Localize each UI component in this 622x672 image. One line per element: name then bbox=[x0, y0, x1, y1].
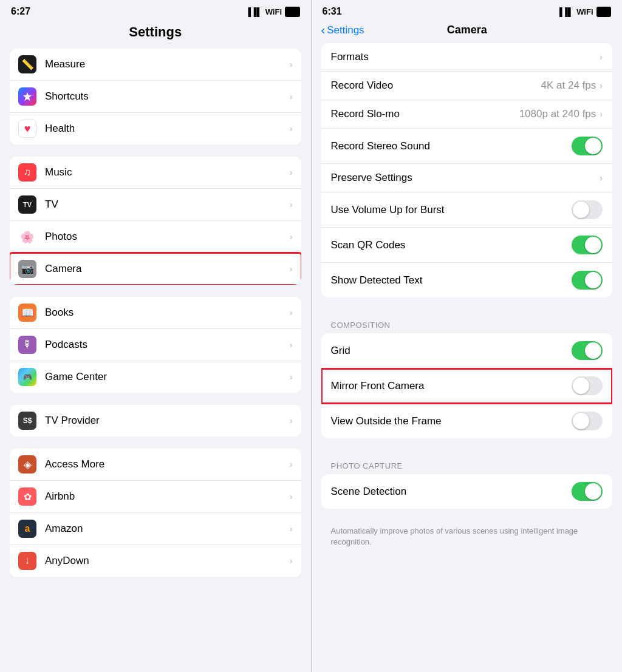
health-icon: ♥ bbox=[18, 120, 36, 138]
photos-icon: 🌸 bbox=[18, 228, 36, 246]
settings-row-music[interactable]: ♫ Music › bbox=[10, 157, 301, 189]
camera-icon: 📷 bbox=[18, 260, 36, 278]
measure-label: Measure bbox=[45, 58, 290, 70]
airbnb-label: Airbnb bbox=[45, 490, 290, 503]
amazon-label: Amazon bbox=[45, 523, 290, 535]
gamecenter-icon: 🎮 bbox=[18, 368, 36, 386]
tv-icon-text: TV bbox=[23, 201, 32, 208]
scene-detection-toggle[interactable] bbox=[572, 482, 603, 501]
tvprovider-chevron: › bbox=[290, 416, 293, 426]
settings-row-tvprovider[interactable]: S$ TV Provider › bbox=[10, 405, 301, 436]
settings-row-measure[interactable]: 📏 Measure › bbox=[10, 49, 301, 81]
right-phone-panel: 6:31 ▐▐▌ WiFi 44 ‹ Settings Camera Forma… bbox=[312, 0, 623, 672]
measure-icon: 📏 bbox=[18, 55, 36, 73]
accessmore-icon: ◈ bbox=[18, 455, 36, 473]
camera-settings-group-1: Formats › Record Video 4K at 24 fps › Re… bbox=[321, 43, 613, 297]
tv-icon: TV bbox=[18, 195, 36, 214]
show-text-label: Show Detected Text bbox=[331, 274, 572, 287]
camera-chevron: › bbox=[290, 264, 293, 274]
anydown-chevron: › bbox=[290, 556, 293, 566]
settings-row-camera[interactable]: 📷 Camera › bbox=[10, 253, 301, 285]
right-battery-badge: 44 bbox=[596, 7, 611, 17]
back-button[interactable]: ‹ Settings bbox=[321, 23, 364, 37]
music-label: Music bbox=[45, 166, 290, 178]
tvprovider-icon-text: S$ bbox=[23, 416, 32, 425]
anydown-label: AnyDown bbox=[45, 555, 290, 567]
settings-row-anydown[interactable]: ↓ AnyDown › bbox=[10, 545, 301, 577]
podcasts-icon-glyph: 🎙 bbox=[22, 339, 33, 351]
settings-row-shortcuts[interactable]: Shortcuts › bbox=[10, 81, 301, 113]
settings-group-4: S$ TV Provider › bbox=[10, 405, 301, 436]
grid-knob bbox=[585, 342, 601, 359]
tvprovider-icon: S$ bbox=[18, 412, 36, 430]
podcasts-icon: 🎙 bbox=[18, 336, 36, 354]
settings-row-health[interactable]: ♥ Health › bbox=[10, 113, 301, 144]
shortcuts-label: Shortcuts bbox=[45, 90, 290, 103]
scene-detection-label: Scene Detection bbox=[331, 486, 572, 498]
back-label: Settings bbox=[327, 24, 364, 36]
amazon-chevron: › bbox=[290, 524, 293, 534]
books-chevron: › bbox=[290, 308, 293, 317]
shortcuts-icon bbox=[18, 87, 36, 106]
camera-row-formats[interactable]: Formats › bbox=[321, 43, 613, 72]
health-icon-glyph: ♥ bbox=[24, 123, 31, 135]
scan-qr-knob bbox=[585, 237, 601, 253]
camera-nav-title: Camera bbox=[364, 24, 570, 36]
settings-row-accessmore[interactable]: ◈ Access More › bbox=[10, 449, 301, 481]
photos-icon-glyph: 🌸 bbox=[20, 230, 35, 244]
mirror-front-toggle[interactable] bbox=[572, 376, 603, 395]
record-slomo-value: 1080p at 240 fps bbox=[519, 108, 596, 120]
signal-icon: ▐▐▌ bbox=[245, 7, 262, 16]
podcasts-chevron: › bbox=[290, 340, 293, 350]
show-text-toggle[interactable] bbox=[572, 271, 603, 290]
scan-qr-toggle[interactable] bbox=[572, 236, 603, 254]
camera-row-preserve[interactable]: Preserve Settings › bbox=[321, 164, 613, 192]
camera-row-scene-detection[interactable]: Scene Detection bbox=[321, 474, 613, 509]
scene-description: Automatically improve photos of various … bbox=[312, 521, 623, 556]
settings-row-books[interactable]: 📖 Books › bbox=[10, 297, 301, 329]
camera-row-grid[interactable]: Grid bbox=[321, 333, 613, 368]
right-status-bar: 6:31 ▐▐▌ WiFi 44 bbox=[312, 0, 623, 21]
settings-row-gamecenter[interactable]: 🎮 Game Center › bbox=[10, 361, 301, 393]
settings-row-photos[interactable]: 🌸 Photos › bbox=[10, 221, 301, 253]
stereo-toggle[interactable] bbox=[572, 137, 603, 155]
music-chevron: › bbox=[290, 168, 293, 177]
volume-burst-toggle[interactable] bbox=[572, 200, 603, 219]
photos-chevron: › bbox=[290, 232, 293, 242]
shortcuts-chevron: › bbox=[290, 92, 293, 101]
composition-header: COMPOSITION bbox=[312, 310, 623, 333]
preserve-label: Preserve Settings bbox=[331, 172, 600, 184]
show-text-knob bbox=[585, 272, 601, 288]
formats-label: Formats bbox=[331, 51, 600, 63]
camera-row-mirror-front[interactable]: Mirror Front Camera bbox=[321, 368, 613, 404]
camera-row-show-text[interactable]: Show Detected Text bbox=[321, 263, 613, 297]
scene-detection-knob bbox=[585, 483, 601, 500]
camera-row-record-video[interactable]: Record Video 4K at 24 fps › bbox=[321, 72, 613, 100]
settings-row-amazon[interactable]: a Amazon › bbox=[10, 513, 301, 545]
camera-nav-bar: ‹ Settings Camera bbox=[312, 21, 623, 43]
camera-row-record-slomo[interactable]: Record Slo-mo 1080p at 240 fps › bbox=[321, 100, 613, 129]
settings-row-podcasts[interactable]: 🎙 Podcasts › bbox=[10, 329, 301, 361]
settings-row-tv[interactable]: TV TV › bbox=[10, 189, 301, 221]
right-wifi-icon: WiFi bbox=[576, 7, 593, 16]
settings-row-airbnb[interactable]: ✿ Airbnb › bbox=[10, 481, 301, 513]
view-outside-toggle[interactable] bbox=[572, 412, 603, 430]
settings-group-2: ♫ Music › TV TV › 🌸 Photos › 📷 Camera › bbox=[10, 157, 301, 285]
volume-burst-knob bbox=[573, 202, 589, 218]
camera-settings-group-3: Scene Detection bbox=[321, 474, 613, 509]
record-video-value: 4K at 24 fps bbox=[541, 80, 596, 92]
grid-toggle[interactable] bbox=[572, 341, 603, 360]
settings-group-3: 📖 Books › 🎙 Podcasts › 🎮 Game Center › bbox=[10, 297, 301, 393]
camera-row-scan-qr[interactable]: Scan QR Codes bbox=[321, 228, 613, 263]
formats-chevron: › bbox=[600, 52, 603, 62]
volume-burst-label: Use Volume Up for Burst bbox=[331, 204, 572, 216]
camera-row-volume-burst[interactable]: Use Volume Up for Burst bbox=[321, 192, 613, 228]
accessmore-label: Access More bbox=[45, 458, 290, 470]
shortcuts-svg bbox=[22, 91, 33, 102]
camera-row-stereo[interactable]: Record Stereo Sound bbox=[321, 129, 613, 164]
camera-row-view-outside[interactable]: View Outside the Frame bbox=[321, 404, 613, 438]
books-icon: 📖 bbox=[18, 304, 36, 322]
settings-page-title: Settings bbox=[0, 21, 311, 49]
camera-icon-glyph: 📷 bbox=[21, 263, 34, 276]
amazon-icon: a bbox=[18, 520, 36, 538]
